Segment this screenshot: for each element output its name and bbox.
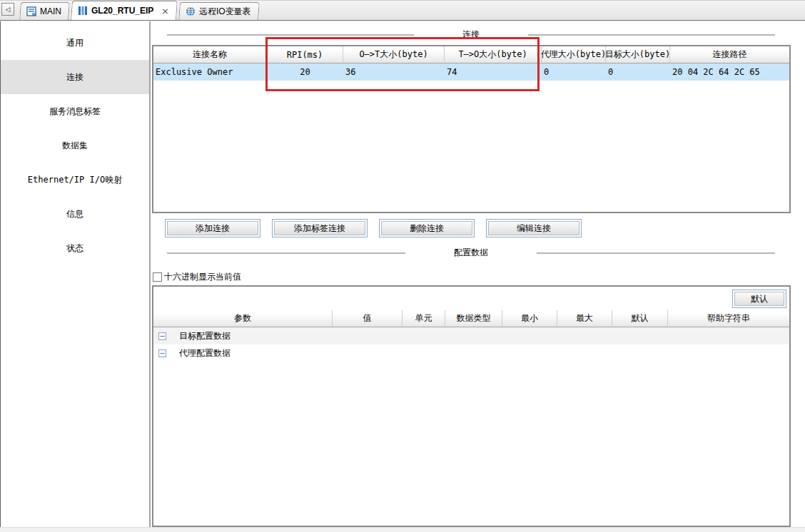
tab-main[interactable]: M MAIN: [19, 2, 70, 20]
connection-table-header: 连接名称 RPI(ms) O—>T大小(byte) T—>O大小(byte) 代…: [153, 46, 789, 63]
connection-group-header: 连接: [151, 29, 791, 41]
sidebar-item-label: 状态: [66, 242, 83, 255]
add-tag-connection-button[interactable]: 添加标签连接: [272, 219, 368, 237]
add-tag-connection-button-label: 添加标签连接: [274, 221, 365, 235]
default-button-label: 默认: [734, 292, 784, 306]
tab-scroll-left-button[interactable]: ◁: [1, 3, 14, 16]
tab-gl20-label: GL20_RTU_EIP: [91, 6, 153, 16]
cell-target-size: 0: [606, 63, 670, 81]
tab-remote-io-label: 远程IO变量表: [199, 6, 251, 18]
tab-gl20-rtu-eip[interactable]: GL20_RTU_EIP ×: [71, 1, 178, 20]
sidebar-item-label: 服务消息标签: [49, 106, 101, 118]
hex-display-checkbox[interactable]: 十六进制显示当前值: [153, 271, 241, 283]
tab-strip: M MAIN GL20_RTU_EIP ×: [20, 1, 261, 20]
checkbox-box-icon[interactable]: [153, 272, 162, 282]
edit-connection-button[interactable]: 编辑连接: [486, 219, 582, 237]
column-header-t-to-o-size[interactable]: T—>O大小(byte): [445, 46, 542, 63]
sidebar-item-dataset[interactable]: 数据集: [1, 128, 149, 163]
svg-text:M: M: [32, 12, 36, 16]
cell-connection-name: Exclusive Owner: [153, 63, 267, 81]
globe-icon: [186, 6, 196, 16]
edit-connection-button-label: 编辑连接: [488, 221, 579, 235]
sidebar-item-ethernet-ip-io-mapping[interactable]: Ethernet/IP I/O映射: [1, 163, 149, 197]
sidebar-item-label: 信息: [66, 208, 83, 220]
tab-remote-io-table[interactable]: 远程IO变量表: [178, 2, 259, 20]
connection-table: 连接名称 RPI(ms) O—>T大小(byte) T—>O大小(byte) 代…: [152, 45, 791, 213]
tree-row-target-config-data[interactable]: − 目标配置数据: [153, 327, 789, 344]
column-header-min[interactable]: 最小: [502, 310, 557, 327]
column-header-data-type[interactable]: 数据类型: [445, 310, 502, 327]
tab-close-icon[interactable]: ×: [161, 6, 169, 16]
divider-line: [528, 34, 775, 36]
connection-table-row[interactable]: Exclusive Owner 20 36 74 0 0 20 04 2C 64…: [153, 63, 789, 81]
settings-sidebar: 通用 连接 服务消息标签 数据集 Ethernet/IP I/O映射 信息 状态: [0, 21, 151, 527]
cell-o-to-t-size: 36: [343, 63, 445, 81]
sidebar-item-connection[interactable]: 连接: [1, 60, 149, 94]
default-button[interactable]: 默认: [732, 290, 786, 308]
column-header-parameter[interactable]: 参数: [153, 310, 333, 327]
cell-t-to-o-size: 74: [445, 63, 542, 81]
connection-settings-panel: 连接 连接名称 RPI(ms) O—>T大小(byte) T—>O大小(byte…: [151, 21, 805, 527]
sidebar-item-service-message-tags[interactable]: 服务消息标签: [1, 94, 149, 128]
add-connection-button[interactable]: 添加连接: [165, 219, 260, 237]
sidebar-item-label: Ethernet/IP I/O映射: [28, 174, 122, 186]
column-header-proxy-size[interactable]: 代理大小(byte): [542, 46, 606, 63]
tab-main-label: MAIN: [40, 6, 61, 16]
config-table-toolbar: 默认: [153, 287, 789, 310]
divider-line: [537, 252, 775, 254]
column-header-unit[interactable]: 单元: [402, 310, 445, 327]
column-header-rpi[interactable]: RPI(ms): [267, 46, 343, 63]
sidebar-item-general[interactable]: 通用: [1, 26, 149, 60]
config-data-table: 默认 参数 值 单元 数据类型 最小 最大 默认 帮助字符串 − 目标配置数据 …: [152, 285, 791, 527]
divider-line: [167, 34, 414, 36]
cell-connection-path: 20 04 2C 64 2C 65: [670, 63, 789, 81]
column-header-value[interactable]: 值: [333, 310, 402, 327]
column-header-default[interactable]: 默认: [612, 310, 668, 327]
column-header-connection-path[interactable]: 连接路径: [670, 46, 789, 63]
sidebar-item-label: 连接: [66, 71, 83, 83]
column-header-connection-name[interactable]: 连接名称: [153, 46, 267, 63]
cell-rpi: 20: [267, 63, 343, 81]
delete-connection-button[interactable]: 删除连接: [379, 219, 475, 237]
sidebar-item-label: 数据集: [62, 140, 88, 152]
collapse-toggle-icon[interactable]: −: [158, 349, 166, 357]
delete-connection-button-label: 删除连接: [381, 221, 472, 235]
divider-line: [167, 252, 405, 254]
tree-row-label: 目标配置数据: [179, 330, 231, 342]
tree-row-proxy-config-data[interactable]: − 代理配置数据: [153, 344, 789, 362]
tree-row-label: 代理配置数据: [179, 347, 231, 359]
connection-group-title: 连接: [462, 29, 480, 41]
config-table-header: 参数 值 单元 数据类型 最小 最大 默认 帮助字符串: [153, 310, 789, 327]
collapse-toggle-icon[interactable]: −: [158, 332, 166, 340]
sidebar-item-information[interactable]: 信息: [1, 197, 149, 231]
sidebar-item-status[interactable]: 状态: [1, 231, 149, 265]
device-module-icon: [78, 6, 88, 16]
column-header-max[interactable]: 最大: [557, 310, 612, 327]
column-header-help-string[interactable]: 帮助字符串: [668, 310, 789, 327]
tab-bar: ◁ M MAIN GL20_RTU_EIP: [0, 0, 805, 21]
sidebar-item-label: 通用: [66, 37, 83, 49]
hex-display-checkbox-label: 十六进制显示当前值: [164, 271, 241, 283]
column-header-target-size[interactable]: 目标大小(byte): [606, 46, 670, 63]
add-connection-button-label: 添加连接: [167, 221, 258, 235]
cell-proxy-size: 0: [542, 63, 606, 81]
horizontal-scrollbar-track[interactable]: [0, 527, 805, 532]
column-header-o-to-t-size[interactable]: O—>T大小(byte): [343, 46, 445, 63]
main-program-icon: M: [26, 6, 36, 16]
config-data-group-title: 配置数据: [454, 247, 488, 259]
config-data-group-header: 配置数据: [151, 247, 791, 259]
